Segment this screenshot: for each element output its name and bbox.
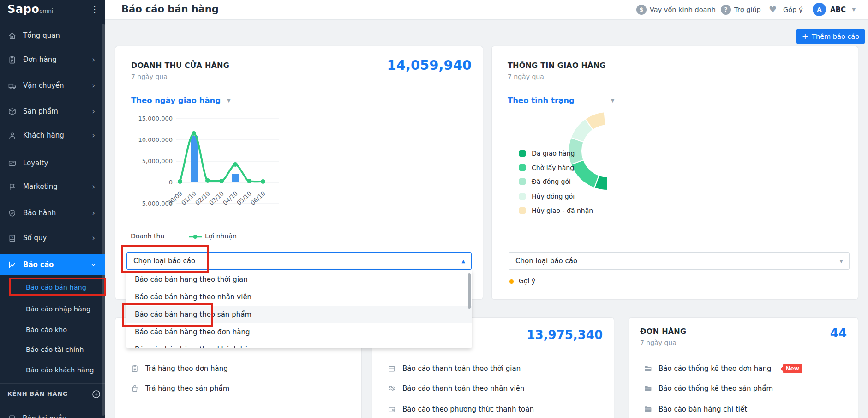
sidebar-item-khach-hang[interactable]: Khách hàng › bbox=[0, 125, 105, 145]
top-header: Báo cáo bán hàng $ Vay vốn kinh doanh ? … bbox=[105, 0, 868, 20]
sidebar-subitem-bao-cao-tai-chinh[interactable]: Báo cáo tài chính bbox=[0, 341, 105, 358]
kebab-menu-icon[interactable]: ⋮ bbox=[90, 4, 99, 15]
delivery-card: THÔNG TIN GIAO HÀNG 7 ngày qua Theo tình… bbox=[492, 46, 858, 299]
report-link-row[interactable]: Báo cáo theo phương thức thanh toán bbox=[388, 405, 534, 413]
report-link-row[interactable]: Báo cáo thống kê theo sản phẩm bbox=[644, 384, 773, 393]
delivery-donut-chart[interactable] bbox=[562, 105, 654, 197]
card-title: ĐƠN HÀNG bbox=[640, 327, 686, 336]
option-label: Báo cáo bán hàng theo sản phẩm bbox=[135, 310, 251, 319]
report-link-row[interactable]: Trả hàng theo sản phẩm bbox=[131, 384, 229, 393]
report-link-label: Báo cáo thanh toán theo thời gian bbox=[402, 364, 521, 373]
sidebar-item-don-hang[interactable]: Đơn hàng › bbox=[0, 49, 105, 70]
suggestion-label[interactable]: Gợi ý bbox=[519, 277, 535, 285]
cashbook-icon: $ bbox=[8, 234, 17, 242]
add-report-label: Thêm báo cáo bbox=[812, 33, 859, 40]
business-loan-link[interactable]: Vay vốn kinh doanh bbox=[650, 6, 716, 13]
sidebar-item-label: Bán tại quầy bbox=[23, 414, 66, 418]
card-period: 7 ngày qua bbox=[640, 339, 676, 346]
chevron-right-icon: › bbox=[92, 132, 95, 139]
legend-item[interactable]: Đã đóng gói bbox=[519, 178, 571, 185]
dropdown-scrollbar[interactable] bbox=[468, 273, 471, 309]
y-tick: 0 bbox=[169, 179, 173, 186]
legend-label: Đã đóng gói bbox=[532, 178, 571, 185]
report-link-row[interactable]: Báo cáo thanh toán theo nhân viên bbox=[388, 384, 525, 393]
sidebar-subitem-bao-cao-nhap-hang[interactable]: Báo cáo nhập hàng bbox=[0, 300, 105, 318]
sidebar-item-san-pham[interactable]: Sản phẩm › bbox=[0, 101, 105, 121]
chart-filter-dropdown[interactable]: Theo ngày giao hàng ▼ bbox=[131, 96, 231, 105]
chevron-right-icon: › bbox=[92, 209, 95, 217]
sidebar-item-label: Sản phẩm bbox=[23, 107, 58, 115]
chevron-right-icon: › bbox=[92, 56, 95, 64]
select-placeholder: Chọn loại báo cáo bbox=[515, 257, 577, 265]
plus-circle-icon[interactable] bbox=[92, 390, 101, 399]
user-name[interactable]: ABC bbox=[830, 6, 846, 14]
sidebar-item-label: Vận chuyển bbox=[23, 81, 64, 90]
sidebar-item-ban-tai-quay[interactable]: Bán tại quầy bbox=[0, 412, 105, 418]
sidebar-item-so-quy[interactable]: $ Sổ quỹ › bbox=[0, 228, 105, 248]
legend-item[interactable]: Đã giao hàng bbox=[519, 150, 575, 157]
clipboard-icon bbox=[131, 364, 139, 373]
report-link-row[interactable]: Báo cáo bán hàng chi tiết bbox=[644, 405, 747, 413]
report-link-row[interactable]: Trả hàng theo đơn hàng bbox=[131, 364, 228, 373]
select-placeholder: Chọn loại báo cáo bbox=[133, 257, 195, 265]
sidebar-subitem-bao-cao-ban-hang[interactable]: Báo cáo bán hàng bbox=[0, 279, 105, 296]
orders-icon bbox=[8, 55, 17, 64]
avatar[interactable]: A bbox=[813, 3, 826, 16]
x-tick: 03/10 bbox=[208, 190, 225, 206]
loyalty-card-icon bbox=[8, 159, 17, 168]
dollar-circle-icon[interactable]: $ bbox=[636, 5, 647, 15]
add-report-button[interactable]: + Thêm báo cáo bbox=[796, 29, 865, 44]
legend-profit[interactable]: Lợi nhuận bbox=[205, 232, 237, 240]
users-icon bbox=[388, 384, 396, 393]
legend-item[interactable]: Hủy đóng gói bbox=[519, 193, 575, 200]
submenu-label: Báo cáo nhập hàng bbox=[26, 305, 90, 313]
filter-label: Theo ngày giao hàng bbox=[131, 96, 221, 105]
help-circle-icon[interactable]: ? bbox=[721, 5, 731, 15]
store-icon bbox=[8, 414, 16, 418]
help-link[interactable]: Trợ giúp bbox=[734, 6, 761, 13]
sidebar-item-bao-hanh[interactable]: Bảo hành › bbox=[0, 203, 105, 223]
sidebar-item-marketing[interactable]: Marketing › bbox=[0, 176, 105, 197]
sidebar-item-tong-quan[interactable]: Tổng quan bbox=[0, 25, 105, 46]
chevron-right-icon: › bbox=[92, 108, 95, 115]
legend-revenue[interactable]: Doanh thu bbox=[131, 232, 164, 240]
report-link-label: Báo cáo thanh toán theo nhân viên bbox=[402, 384, 525, 393]
legend-item[interactable]: Chờ lấy hàng bbox=[519, 164, 574, 171]
chevron-down-icon[interactable]: ▼ bbox=[852, 6, 856, 12]
dropdown-option-highlighted[interactable]: Báo cáo bán hàng theo sản phẩm bbox=[126, 306, 472, 323]
report-type-select[interactable]: Chọn loại báo cáo ▼ bbox=[509, 252, 850, 270]
divider bbox=[503, 87, 847, 87]
option-label: Báo cáo bán hàng theo thời gian bbox=[135, 275, 248, 284]
sidebar-item-bao-cao[interactable]: Báo cáo › bbox=[0, 254, 105, 275]
heart-icon[interactable]: ♥ bbox=[769, 4, 777, 14]
sidebar-item-label: Loyalty bbox=[23, 159, 48, 167]
dropdown-option[interactable]: Báo cáo bán hàng theo khách hàng bbox=[126, 341, 472, 348]
report-type-select[interactable]: Chọn loại báo cáo ▲ bbox=[126, 252, 472, 270]
chevron-right-icon: › bbox=[92, 183, 95, 191]
legend-swatch bbox=[519, 150, 526, 157]
option-label: Báo cáo bán hàng theo đơn hàng bbox=[135, 328, 250, 336]
new-badge: New bbox=[783, 364, 802, 373]
sidebar-item-label: Marketing bbox=[23, 182, 58, 191]
report-link-row[interactable]: Báo cáo thanh toán theo thời gian bbox=[388, 364, 521, 373]
sapo-logo[interactable]: Sapoomni bbox=[7, 3, 53, 16]
dropdown-option[interactable]: Báo cáo bán hàng theo nhân viên bbox=[126, 288, 472, 306]
status-filter-dropdown[interactable]: Theo tình trạng ▼ bbox=[508, 96, 614, 105]
sidebar-subitem-bao-cao-khach-hang[interactable]: Báo cáo khách hàng bbox=[0, 361, 105, 379]
dropdown-option[interactable]: Báo cáo bán hàng theo đơn hàng bbox=[126, 323, 472, 341]
sidebar-subitem-bao-cao-kho[interactable]: Báo cáo kho bbox=[0, 321, 105, 339]
filter-label: Theo tình trạng bbox=[508, 96, 575, 105]
report-link-label: Trả hàng theo đơn hàng bbox=[145, 364, 228, 373]
legend-swatch bbox=[519, 193, 526, 200]
report-link-row[interactable]: Báo cáo thống kê theo đơn hàng New bbox=[644, 364, 802, 373]
legend-item[interactable]: Hủy giao - đã nhận bbox=[519, 207, 593, 214]
card-period: 7 ngày qua bbox=[508, 73, 544, 80]
dropdown-option[interactable]: Báo cáo bán hàng theo thời gian bbox=[126, 271, 472, 288]
sidebar-item-van-chuyen[interactable]: Vận chuyển › bbox=[0, 75, 105, 96]
legend-label: Hủy giao - đã nhận bbox=[532, 207, 593, 214]
revenue-card: DOANH THU CỬA HÀNG 7 ngày qua 14,059,940… bbox=[115, 46, 483, 299]
option-label: Báo cáo bán hàng theo nhân viên bbox=[135, 293, 251, 301]
feedback-link[interactable]: Góp ý bbox=[783, 6, 803, 13]
sidebar-item-loyalty[interactable]: Loyalty bbox=[0, 153, 105, 173]
sales-channel-section-label: KÊNH BÁN HÀNG bbox=[7, 390, 68, 397]
